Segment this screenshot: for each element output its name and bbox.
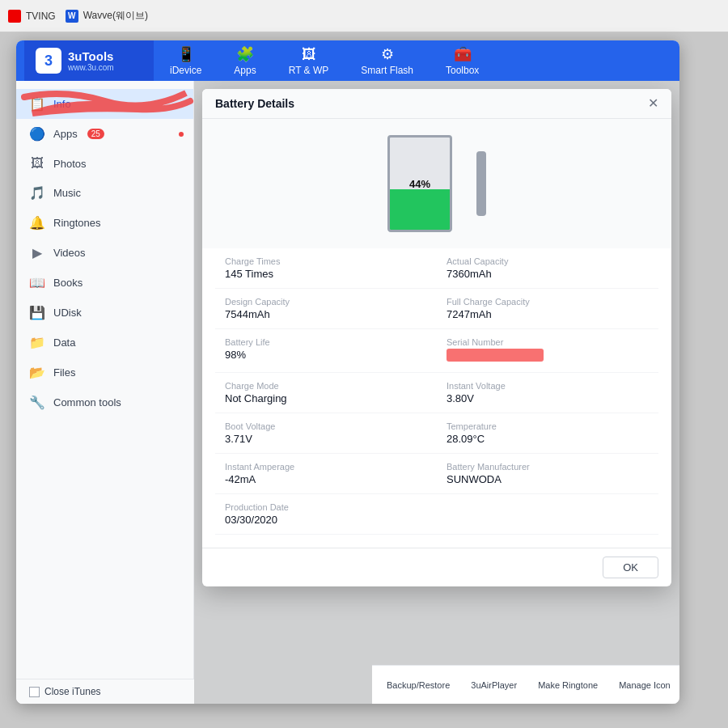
app-logo-icon: 3 — [36, 48, 61, 74]
detail-empty — [437, 494, 658, 535]
sidebar-commontools-label: Common tools — [53, 396, 121, 408]
main-content: 📋 Info 🔵 Apps 25 🖼 Photos 🎵 Music 🔔 Ring… — [16, 81, 679, 704]
detail-battery-manufacturer-value: SUNWODA — [447, 473, 649, 485]
detail-charge-mode: Charge Mode Not Charging — [215, 373, 437, 413]
sidebar-item-music[interactable]: 🎵 Music — [16, 178, 193, 208]
app-title: 3uTools — [68, 49, 114, 63]
close-itunes-checkbox[interactable] — [29, 687, 40, 697]
detail-design-capacity-label: Design Capacity — [225, 297, 427, 307]
detail-design-capacity: Design Capacity 7544mAh — [215, 289, 437, 329]
detail-boot-voltage: Boot Voltage 3.71V — [215, 413, 437, 454]
sidebar-item-ringtones[interactable]: 🔔 Ringtones — [16, 208, 193, 238]
battery-visual-area: 44% — [202, 119, 671, 248]
apps-badge-dot — [179, 132, 184, 137]
browser-tab-wavve[interactable]: W Wavve(웨이브) — [66, 9, 148, 23]
browser-tab-tving[interactable]: TVING — [8, 10, 56, 23]
serial-number-redacted — [447, 349, 544, 362]
content-area: Battery Details ✕ 44% — [194, 81, 679, 704]
sidebar-apps-label: Apps — [53, 128, 78, 140]
data-icon: 📁 — [29, 335, 45, 350]
nav-tab-apps-label: Apps — [234, 65, 256, 76]
nav-tab-toolbox-label: Toolbox — [446, 65, 479, 76]
detail-temperature-label: Temperature — [447, 421, 649, 431]
nav-tab-smartflash[interactable]: ⚙ Smart Flash — [345, 40, 430, 81]
sidebar-item-apps[interactable]: 🔵 Apps 25 — [16, 119, 193, 149]
files-icon: 📂 — [29, 365, 45, 380]
commontools-icon: 🔧 — [29, 395, 45, 410]
ok-button[interactable]: OK — [603, 557, 658, 578]
tving-icon — [8, 10, 21, 23]
info-icon: 📋 — [29, 96, 45, 112]
detail-production-date-label: Production Date — [225, 502, 427, 512]
sidebar-item-data[interactable]: 📁 Data — [16, 328, 193, 358]
wavve-icon: W — [66, 10, 78, 23]
nav-tab-idevice[interactable]: 📱 iDevice — [154, 40, 218, 81]
detail-instant-amperage-value: -42mA — [225, 473, 427, 485]
rtwp-icon: 🖼 — [302, 46, 316, 63]
detail-instant-voltage-value: 3.80V — [447, 392, 649, 404]
toolbar-make-ringtone[interactable]: Make Ringtone — [531, 677, 604, 693]
app-container: 3 3uTools www.3u.com 📱 iDevice 🧩 Apps 🖼 … — [16, 40, 679, 704]
sidebar-photos-label: Photos — [53, 158, 86, 170]
sidebar-item-udisk[interactable]: 💾 UDisk — [16, 298, 193, 328]
sidebar-item-videos[interactable]: ▶ Videos — [16, 238, 193, 268]
sidebar: 📋 Info 🔵 Apps 25 🖼 Photos 🎵 Music 🔔 Ring… — [16, 81, 194, 704]
apps-icon: 🧩 — [236, 45, 254, 63]
nav-tabs: 📱 iDevice 🧩 Apps 🖼 RT & WP ⚙ Smart Flash… — [154, 40, 671, 81]
music-icon: 🎵 — [29, 185, 45, 201]
detail-actual-capacity: Actual Capacity 7360mAh — [437, 248, 658, 289]
toolbox-icon: 🧰 — [454, 45, 472, 63]
sidebar-udisk-label: UDisk — [53, 307, 82, 319]
detail-battery-life: Battery Life 98% — [215, 329, 437, 373]
toolbar-manage-icon[interactable]: Manage Icon — [612, 677, 677, 693]
nav-tab-toolbox[interactable]: 🧰 Toolbox — [430, 40, 495, 81]
sidebar-data-label: Data — [53, 336, 75, 349]
detail-battery-manufacturer-label: Battery Manufacturer — [447, 462, 649, 472]
toolbar-airplayer[interactable]: 3uAirPlayer — [464, 677, 523, 693]
browser-bar: TVING W Wavve(웨이브) — [0, 0, 728, 32]
modal-title: Battery Details — [215, 97, 294, 110]
modal-header: Battery Details ✕ — [202, 89, 671, 119]
modal-close-button[interactable]: ✕ — [648, 97, 658, 110]
modal-footer: OK — [202, 548, 671, 586]
sidebar-files-label: Files — [53, 366, 75, 379]
nav-tab-rtwp-label: RT & WP — [289, 65, 329, 76]
detail-instant-amperage: Instant Amperage -42mA — [215, 454, 437, 494]
detail-instant-voltage-label: Instant Voltage — [447, 381, 649, 391]
detail-boot-voltage-label: Boot Voltage — [225, 421, 427, 431]
detail-instant-amperage-label: Instant Amperage — [225, 462, 427, 472]
detail-design-capacity-value: 7544mAh — [225, 308, 427, 320]
close-itunes-bar[interactable]: Close iTunes — [16, 679, 194, 704]
wavve-label: Wavve(웨이브) — [83, 9, 148, 23]
sidebar-music-label: Music — [53, 187, 81, 199]
detail-instant-voltage: Instant Voltage 3.80V — [437, 373, 658, 413]
detail-actual-capacity-value: 7360mAh — [447, 268, 649, 280]
detail-temperature-value: 28.09°C — [447, 433, 649, 445]
toolbar-backup-restore[interactable]: Backup/Restore — [380, 677, 456, 693]
udisk-icon: 💾 — [29, 305, 45, 320]
sidebar-item-info[interactable]: 📋 Info — [16, 89, 193, 119]
sidebar-videos-label: Videos — [53, 247, 86, 259]
sidebar-item-books[interactable]: 📖 Books — [16, 268, 193, 298]
apps-sidebar-icon: 🔵 — [29, 126, 45, 142]
detail-charge-times-value: 145 Times — [225, 268, 427, 280]
detail-serial-number-label: Serial Number — [447, 337, 649, 347]
detail-full-charge-capacity: Full Charge Capacity 7247mAh — [437, 289, 658, 329]
sidebar-item-files[interactable]: 📂 Files — [16, 358, 193, 387]
detail-serial-number-value — [447, 349, 649, 364]
nav-tab-apps[interactable]: 🧩 Apps — [218, 40, 272, 81]
battery-fill — [390, 189, 450, 230]
tving-label: TVING — [26, 11, 56, 22]
title-bar: 3 3uTools www.3u.com 📱 iDevice 🧩 Apps 🖼 … — [16, 40, 679, 81]
bottom-toolbar: Backup/Restore 3uAirPlayer Make Ringtone… — [372, 665, 679, 704]
app-url: www.3u.com — [68, 63, 114, 72]
books-icon: 📖 — [29, 275, 45, 290]
detail-charge-mode-value: Not Charging — [225, 392, 427, 404]
detail-production-date: Production Date 03/30/2020 — [215, 494, 437, 535]
detail-full-charge-capacity-label: Full Charge Capacity — [447, 297, 649, 307]
sidebar-item-photos[interactable]: 🖼 Photos — [16, 149, 193, 178]
apps-badge: 25 — [87, 129, 104, 139]
nav-tab-rtwp[interactable]: 🖼 RT & WP — [273, 40, 345, 81]
sidebar-books-label: Books — [53, 277, 83, 289]
sidebar-item-commontools[interactable]: 🔧 Common tools — [16, 387, 193, 417]
